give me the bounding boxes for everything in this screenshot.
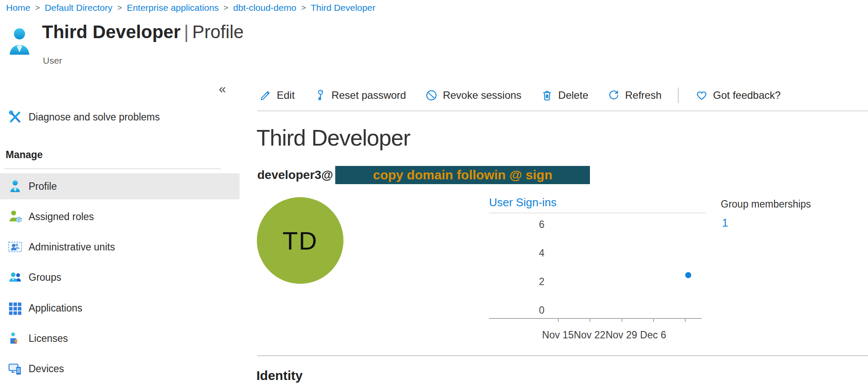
sidebar-item-label: Groups <box>29 272 61 283</box>
x-tick-label: Nov 15 <box>540 329 576 341</box>
reset-password-button-label: Reset password <box>331 89 406 101</box>
reset-password-button[interactable]: Reset password <box>314 89 406 102</box>
sidebar-item-profile[interactable]: Profile <box>0 173 240 199</box>
trash-icon <box>541 89 554 102</box>
signin-chart-plot: 6420Nov 15Nov 22Nov 29Dec 6 <box>489 213 706 347</box>
page-title-separator: | <box>181 22 192 42</box>
breadcrumb-separator: > <box>223 3 228 13</box>
user-avatar-icon <box>7 25 32 58</box>
pencil-icon <box>259 89 272 102</box>
breadcrumb-home[interactable]: Home <box>6 3 30 13</box>
sidebar-item-licenses[interactable]: Licenses <box>0 325 240 351</box>
page-subtitle: User <box>43 55 62 66</box>
sidebar-divider <box>4 169 221 169</box>
got-feedback-button[interactable]: Got feedback? <box>695 89 781 102</box>
page-title: Third Developer|Profile <box>42 22 244 42</box>
refresh-button-label: Refresh <box>625 89 661 101</box>
sidebar-item-administrative-units[interactable]: Administrative units <box>0 234 240 260</box>
person-icon <box>8 179 23 194</box>
user-display-name: Third Developer <box>256 125 410 151</box>
x-tick-label: Dec 6 <box>635 329 671 341</box>
x-tick-label: Nov 29 <box>603 329 640 341</box>
x-axis-tick <box>685 318 686 322</box>
sidebar-item-label: Devices <box>29 363 64 375</box>
signin-chart: User Sign-ins 6420Nov 15Nov 22Nov 29Dec … <box>489 196 706 347</box>
page-title-section: Profile <box>192 22 244 42</box>
group-memberships-count-link[interactable]: 1 <box>722 217 728 229</box>
user-sign-ins-link[interactable]: User Sign-ins <box>489 196 557 209</box>
breadcrumb-default-directory[interactable]: Default Directory <box>45 3 112 13</box>
command-bar-divider <box>257 110 868 111</box>
breadcrumb: Home > Default Directory > Enterprise ap… <box>6 3 376 13</box>
x-axis-tick <box>589 318 590 322</box>
heart-icon <box>695 89 708 102</box>
sidebar-item-label: Licenses <box>29 333 68 344</box>
assigned-roles-icon <box>8 209 23 224</box>
command-bar: Edit Reset password Revoke sessions De <box>259 84 781 107</box>
revoke-sessions-button-label: Revoke sessions <box>443 89 521 101</box>
x-axis-tick <box>653 318 654 322</box>
sidebar-item-label: Assigned roles <box>29 211 94 223</box>
breadcrumb-enterprise-applications[interactable]: Enterprise applications <box>127 3 219 13</box>
y-tick-label: 2 <box>519 276 544 287</box>
y-tick-label: 6 <box>519 219 544 230</box>
sidebar-item-label: Diagnose and solve problems <box>29 111 160 123</box>
y-tick-label: 0 <box>519 305 544 316</box>
sidebar-item-label: Applications <box>29 302 82 314</box>
upn-prefix: developer3@ <box>257 168 333 182</box>
sidebar-item-groups[interactable]: Groups <box>0 264 240 290</box>
sidebar-section-manage: Manage <box>6 149 43 161</box>
y-tick-label: 4 <box>519 247 544 259</box>
toolbar-divider <box>678 88 679 103</box>
avatar: TD <box>257 197 343 284</box>
sidebar-item-label: Profile <box>29 181 57 192</box>
blocked-circle-icon <box>425 89 438 102</box>
licenses-icon <box>8 331 23 346</box>
sidebar-collapse-button[interactable]: « <box>219 82 226 95</box>
admin-units-icon <box>8 240 23 254</box>
breadcrumb-separator: > <box>301 3 306 13</box>
tools-icon <box>8 110 23 124</box>
key-icon <box>314 89 327 102</box>
refresh-icon <box>607 89 620 102</box>
identity-section-heading: Identity <box>256 368 303 383</box>
user-principal-name-row: developer3@ copy domain followin @ sign <box>257 166 590 184</box>
sidebar-item-applications[interactable]: Applications <box>0 295 240 321</box>
user-profile-page: Home > Default Directory > Enterprise ap… <box>0 0 868 383</box>
x-axis-line <box>489 318 702 319</box>
sidebar-item-assigned-roles[interactable]: Assigned roles <box>0 204 240 230</box>
applications-grid-icon <box>8 301 23 315</box>
sidebar-item-label: Administrative units <box>29 241 115 253</box>
breadcrumb-third-developer[interactable]: Third Developer <box>311 3 375 13</box>
refresh-button[interactable]: Refresh <box>607 89 661 102</box>
x-axis-tick <box>622 318 622 322</box>
delete-button-label: Delete <box>558 89 588 101</box>
x-axis-tick <box>558 318 559 322</box>
section-divider <box>257 355 868 356</box>
devices-icon <box>8 361 23 376</box>
x-tick-label: Nov 22 <box>571 329 608 341</box>
edit-button-label: Edit <box>277 89 295 101</box>
breadcrumb-dbt-cloud-demo[interactable]: dbt-cloud-demo <box>233 3 296 13</box>
breadcrumb-separator: > <box>117 3 122 13</box>
group-memberships-label: Group memberships <box>721 198 811 210</box>
breadcrumb-separator: > <box>35 3 40 13</box>
sidebar-item-diagnose[interactable]: Diagnose and solve problems <box>0 106 240 128</box>
groups-icon <box>8 270 23 285</box>
edit-button[interactable]: Edit <box>259 89 295 102</box>
sidebar-item-devices[interactable]: Devices <box>0 356 240 382</box>
got-feedback-button-label: Got feedback? <box>713 89 781 101</box>
page-title-name: Third Developer <box>42 22 181 42</box>
upn-domain-redaction: copy domain followin @ sign <box>335 166 590 184</box>
signin-chart-header: User Sign-ins <box>489 196 706 213</box>
delete-button[interactable]: Delete <box>541 89 588 102</box>
revoke-sessions-button[interactable]: Revoke sessions <box>425 89 521 102</box>
data-point <box>685 272 691 278</box>
